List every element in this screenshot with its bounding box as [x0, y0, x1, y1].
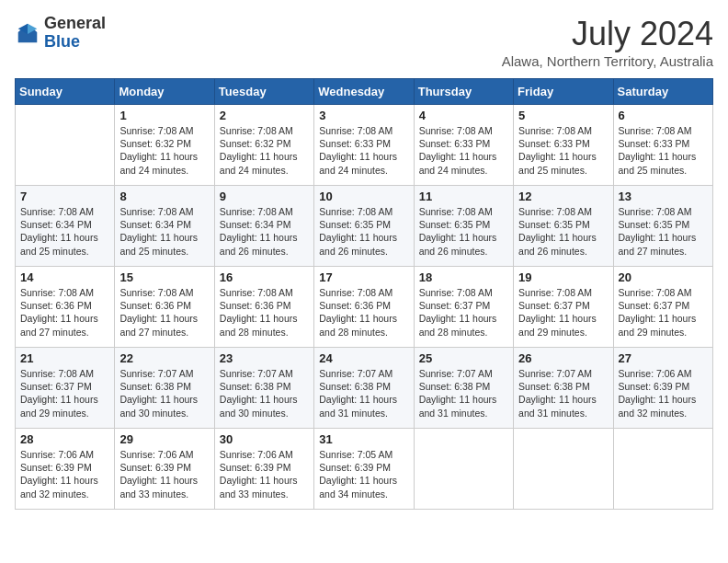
- cell-info: Sunrise: 7:08 AMSunset: 6:36 PMDaylight:…: [319, 286, 408, 339]
- cell-info: Sunrise: 7:08 AMSunset: 6:36 PMDaylight:…: [20, 286, 109, 339]
- calendar-cell: 24Sunrise: 7:07 AMSunset: 6:38 PMDayligh…: [314, 348, 414, 429]
- location: Alawa, Northern Territory, Australia: [502, 53, 713, 69]
- title-block: July 2024 Alawa, Northern Territory, Aus…: [502, 15, 713, 69]
- calendar-cell: 19Sunrise: 7:08 AMSunset: 6:37 PMDayligh…: [514, 267, 613, 348]
- cell-info: Sunrise: 7:06 AMSunset: 6:39 PMDaylight:…: [220, 448, 309, 500]
- col-header-wednesday: Wednesday: [314, 79, 414, 105]
- calendar-cell: 6Sunrise: 7:08 AMSunset: 6:33 PMDaylight…: [613, 105, 712, 186]
- day-number: 23: [220, 351, 309, 365]
- calendar-cell: [414, 429, 513, 510]
- calendar-cell: 28Sunrise: 7:06 AMSunset: 6:39 PMDayligh…: [16, 429, 115, 510]
- page-header: General Blue July 2024 Alawa, Northern T…: [15, 15, 713, 69]
- col-header-friday: Friday: [514, 79, 613, 105]
- cell-info: Sunrise: 7:07 AMSunset: 6:38 PMDaylight:…: [119, 367, 209, 419]
- calendar-cell: 17Sunrise: 7:08 AMSunset: 6:36 PMDayligh…: [314, 267, 414, 348]
- calendar-cell: 21Sunrise: 7:08 AMSunset: 6:37 PMDayligh…: [16, 348, 115, 429]
- day-number: 29: [119, 432, 209, 446]
- col-header-saturday: Saturday: [613, 79, 712, 105]
- cell-info: Sunrise: 7:06 AMSunset: 6:39 PMDaylight:…: [619, 367, 708, 419]
- day-number: 10: [319, 190, 408, 203]
- logo-general: General: [44, 15, 106, 33]
- day-number: 25: [419, 351, 508, 365]
- day-number: 27: [619, 351, 708, 365]
- cell-info: Sunrise: 7:08 AMSunset: 6:36 PMDaylight:…: [119, 286, 209, 339]
- day-number: 9: [220, 190, 309, 203]
- cell-info: Sunrise: 7:08 AMSunset: 6:37 PMDaylight:…: [419, 286, 508, 339]
- cell-info: Sunrise: 7:08 AMSunset: 6:35 PMDaylight:…: [518, 205, 608, 258]
- cell-info: Sunrise: 7:08 AMSunset: 6:37 PMDaylight:…: [20, 367, 109, 419]
- calendar-cell: 29Sunrise: 7:06 AMSunset: 6:39 PMDayligh…: [115, 429, 214, 510]
- cell-info: Sunrise: 7:08 AMSunset: 6:37 PMDaylight:…: [518, 286, 608, 339]
- day-number: 18: [419, 270, 508, 284]
- cell-info: Sunrise: 7:06 AMSunset: 6:39 PMDaylight:…: [119, 448, 209, 500]
- cell-info: Sunrise: 7:07 AMSunset: 6:38 PMDaylight:…: [518, 367, 608, 419]
- day-number: 19: [518, 270, 608, 284]
- cell-info: Sunrise: 7:05 AMSunset: 6:39 PMDaylight:…: [319, 448, 408, 500]
- day-number: 16: [220, 270, 309, 284]
- week-row-2: 7Sunrise: 7:08 AMSunset: 6:34 PMDaylight…: [16, 186, 713, 267]
- week-row-3: 14Sunrise: 7:08 AMSunset: 6:36 PMDayligh…: [16, 267, 713, 348]
- calendar-cell: 31Sunrise: 7:05 AMSunset: 6:39 PMDayligh…: [314, 429, 414, 510]
- calendar-cell: 5Sunrise: 7:08 AMSunset: 6:33 PMDaylight…: [514, 105, 613, 186]
- day-number: 4: [419, 109, 508, 122]
- calendar-cell: 20Sunrise: 7:08 AMSunset: 6:37 PMDayligh…: [613, 267, 712, 348]
- calendar-cell: 13Sunrise: 7:08 AMSunset: 6:35 PMDayligh…: [613, 186, 712, 267]
- cell-info: Sunrise: 7:08 AMSunset: 6:32 PMDaylight:…: [220, 124, 309, 177]
- cell-info: Sunrise: 7:08 AMSunset: 6:35 PMDaylight:…: [419, 205, 508, 258]
- day-number: 26: [518, 351, 608, 365]
- day-number: 15: [119, 270, 209, 284]
- calendar-cell: 10Sunrise: 7:08 AMSunset: 6:35 PMDayligh…: [314, 186, 414, 267]
- calendar-table: SundayMondayTuesdayWednesdayThursdayFrid…: [15, 78, 713, 510]
- calendar-cell: 27Sunrise: 7:06 AMSunset: 6:39 PMDayligh…: [613, 348, 712, 429]
- day-number: 22: [119, 351, 209, 365]
- month-year: July 2024: [502, 15, 713, 53]
- day-number: 17: [319, 270, 408, 284]
- day-number: 6: [619, 109, 708, 122]
- cell-info: Sunrise: 7:08 AMSunset: 6:33 PMDaylight:…: [319, 124, 408, 177]
- calendar-cell: 8Sunrise: 7:08 AMSunset: 6:34 PMDaylight…: [115, 186, 214, 267]
- logo-blue: Blue: [44, 33, 106, 52]
- cell-info: Sunrise: 7:08 AMSunset: 6:33 PMDaylight:…: [419, 124, 508, 177]
- day-number: 21: [20, 351, 109, 365]
- day-number: 7: [20, 190, 109, 203]
- day-number: 30: [220, 432, 309, 446]
- calendar-cell: 22Sunrise: 7:07 AMSunset: 6:38 PMDayligh…: [115, 348, 214, 429]
- week-row-4: 21Sunrise: 7:08 AMSunset: 6:37 PMDayligh…: [16, 348, 713, 429]
- cell-info: Sunrise: 7:07 AMSunset: 6:38 PMDaylight:…: [419, 367, 508, 419]
- cell-info: Sunrise: 7:08 AMSunset: 6:33 PMDaylight:…: [619, 124, 708, 177]
- logo-icon: [15, 20, 40, 46]
- calendar-cell: 7Sunrise: 7:08 AMSunset: 6:34 PMDaylight…: [16, 186, 115, 267]
- cell-info: Sunrise: 7:08 AMSunset: 6:34 PMDaylight:…: [119, 205, 209, 258]
- day-number: 28: [20, 432, 109, 446]
- calendar-cell: 30Sunrise: 7:06 AMSunset: 6:39 PMDayligh…: [214, 429, 313, 510]
- calendar-cell: 16Sunrise: 7:08 AMSunset: 6:36 PMDayligh…: [214, 267, 313, 348]
- day-number: 8: [119, 190, 209, 203]
- day-number: 14: [20, 270, 109, 284]
- cell-info: Sunrise: 7:08 AMSunset: 6:35 PMDaylight:…: [319, 205, 408, 258]
- day-number: 12: [518, 190, 608, 203]
- cell-info: Sunrise: 7:07 AMSunset: 6:38 PMDaylight:…: [220, 367, 309, 419]
- calendar-cell: 18Sunrise: 7:08 AMSunset: 6:37 PMDayligh…: [414, 267, 513, 348]
- header-row: SundayMondayTuesdayWednesdayThursdayFrid…: [16, 79, 713, 105]
- cell-info: Sunrise: 7:06 AMSunset: 6:39 PMDaylight:…: [20, 448, 109, 500]
- cell-info: Sunrise: 7:08 AMSunset: 6:34 PMDaylight:…: [220, 205, 309, 258]
- cell-info: Sunrise: 7:08 AMSunset: 6:35 PMDaylight:…: [619, 205, 708, 258]
- calendar-cell: [613, 429, 712, 510]
- cell-info: Sunrise: 7:07 AMSunset: 6:38 PMDaylight:…: [319, 367, 408, 419]
- day-number: 2: [220, 109, 309, 122]
- day-number: 31: [319, 432, 408, 446]
- calendar-cell: 2Sunrise: 7:08 AMSunset: 6:32 PMDaylight…: [214, 105, 313, 186]
- day-number: 1: [119, 109, 209, 122]
- calendar-cell: 1Sunrise: 7:08 AMSunset: 6:32 PMDaylight…: [115, 105, 214, 186]
- day-number: 20: [619, 270, 708, 284]
- cell-info: Sunrise: 7:08 AMSunset: 6:37 PMDaylight:…: [619, 286, 708, 339]
- calendar-cell: 4Sunrise: 7:08 AMSunset: 6:33 PMDaylight…: [414, 105, 513, 186]
- calendar-cell: 12Sunrise: 7:08 AMSunset: 6:35 PMDayligh…: [514, 186, 613, 267]
- logo-text: General Blue: [44, 15, 106, 52]
- cell-info: Sunrise: 7:08 AMSunset: 6:34 PMDaylight:…: [20, 205, 109, 258]
- cell-info: Sunrise: 7:08 AMSunset: 6:36 PMDaylight:…: [220, 286, 309, 339]
- week-row-5: 28Sunrise: 7:06 AMSunset: 6:39 PMDayligh…: [16, 429, 713, 510]
- day-number: 3: [319, 109, 408, 122]
- calendar-cell: 23Sunrise: 7:07 AMSunset: 6:38 PMDayligh…: [214, 348, 313, 429]
- day-number: 5: [518, 109, 608, 122]
